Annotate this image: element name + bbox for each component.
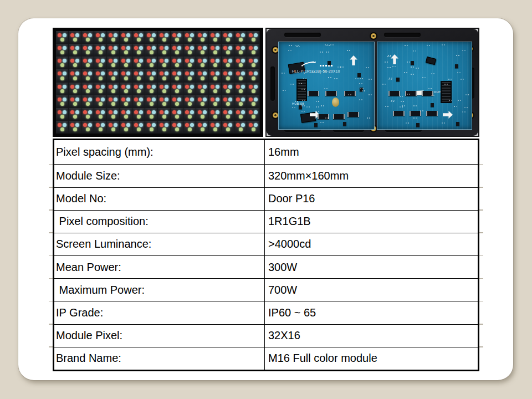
ic-chip (393, 111, 405, 116)
silkscreen-dot (316, 101, 317, 102)
led-dot-r (249, 98, 253, 101)
silkscreen-dot (411, 74, 412, 75)
led-dot-c (88, 123, 92, 127)
led-dot-g (73, 115, 77, 119)
led-dot-g (213, 102, 217, 106)
capacitor (332, 98, 339, 107)
silkscreen-dot (395, 66, 396, 67)
led-dot-g (239, 127, 243, 131)
silkscreen-dot (325, 44, 326, 45)
led-dot-g (73, 63, 77, 67)
spec-value: 320mm×160mm (265, 165, 478, 187)
led-dot-g (239, 63, 243, 67)
led-dot-c (63, 98, 66, 101)
led-pixel (120, 95, 132, 108)
led-dot-r (236, 33, 240, 37)
led-pixel (171, 121, 183, 134)
led-dot-g (150, 76, 154, 80)
transistor (416, 123, 420, 127)
led-pixel (196, 95, 209, 108)
led-dot-r (58, 33, 62, 37)
led-pixel (145, 95, 158, 108)
led-dot-c (241, 110, 245, 114)
led-dot-g (226, 63, 230, 67)
silkscreen-dot (347, 50, 348, 51)
led-dot-r (134, 59, 138, 63)
led-dot-r (211, 98, 214, 101)
led-pixel (171, 83, 183, 95)
led-pixel (158, 31, 171, 44)
led-dot-r (198, 46, 202, 50)
silkscreen-dot (361, 83, 362, 84)
led-dot-g (226, 38, 230, 42)
led-dot-g (99, 102, 103, 106)
silkscreen-dot (442, 44, 443, 45)
led-pixel (132, 121, 145, 134)
ic-chip (426, 111, 438, 116)
silkscreen-dot (295, 101, 296, 102)
led-dot-c (88, 71, 92, 75)
led-dot-c (190, 85, 194, 89)
led-pixel (247, 108, 260, 121)
transistor (411, 61, 414, 65)
led-dot-c (228, 110, 232, 114)
led-dot-c (88, 85, 92, 89)
led-dot-r (198, 98, 202, 101)
silkscreen-dot (405, 45, 406, 46)
led-dot-g (150, 102, 154, 106)
led-dot-c (152, 98, 156, 101)
silkscreen-dot (415, 50, 416, 52)
led-dot-c (139, 98, 143, 101)
ic-chip (426, 57, 436, 65)
led-dot-r (121, 33, 125, 37)
led-dot-g (201, 127, 204, 131)
led-pixel (247, 44, 260, 57)
led-dot-c (139, 59, 143, 63)
led-pixel (56, 83, 69, 95)
module-frame: HLL-P(1R1G1B)-56-20X10 HUB 08 OUT (267, 29, 478, 136)
silkscreen-dot (292, 107, 293, 108)
led-dot-c (203, 71, 207, 75)
idc-connector (441, 81, 452, 103)
led-dot-r (58, 71, 62, 75)
led-module-front-photo (53, 28, 263, 137)
led-dot-r (96, 33, 100, 37)
led-pixel-grid (56, 31, 260, 134)
silkscreen-dot (284, 73, 285, 74)
ic-chip (333, 114, 345, 119)
led-dot-r (198, 110, 202, 114)
led-dot-g (73, 50, 77, 54)
led-dot-r (185, 85, 189, 89)
silkscreen-dot (330, 44, 331, 45)
led-dot-g (188, 50, 192, 54)
silkscreen-dot (330, 77, 331, 78)
led-dot-g (162, 63, 166, 67)
silkscreen-dot (433, 95, 434, 96)
silkscreen-dot (407, 45, 408, 46)
silkscreen-dot (463, 79, 464, 80)
led-dot-c (216, 110, 219, 114)
screw-icon (371, 33, 376, 39)
led-dot-g (226, 76, 230, 80)
up-arrow-icon (350, 55, 357, 65)
silkscreen-dot (442, 122, 443, 124)
led-dot-c (165, 59, 168, 63)
silkscreen-dot (293, 84, 294, 85)
led-dot-r (96, 98, 100, 101)
led-dot-r (249, 123, 253, 127)
silkscreen-dot (326, 88, 328, 89)
silkscreen-dot (422, 77, 423, 78)
led-dot-c (101, 123, 105, 127)
led-pixel (234, 57, 247, 69)
led-dot-r (70, 59, 74, 63)
led-pixel (120, 83, 132, 95)
led-pixel (222, 121, 234, 134)
transistor (455, 64, 458, 68)
silkscreen-dot (357, 78, 359, 79)
led-dot-c (216, 71, 219, 75)
silkscreen-dot (369, 117, 370, 119)
led-dot-g (124, 127, 128, 131)
silkscreen-dot (433, 73, 434, 74)
led-dot-r (96, 46, 100, 50)
led-dot-c (216, 123, 219, 127)
